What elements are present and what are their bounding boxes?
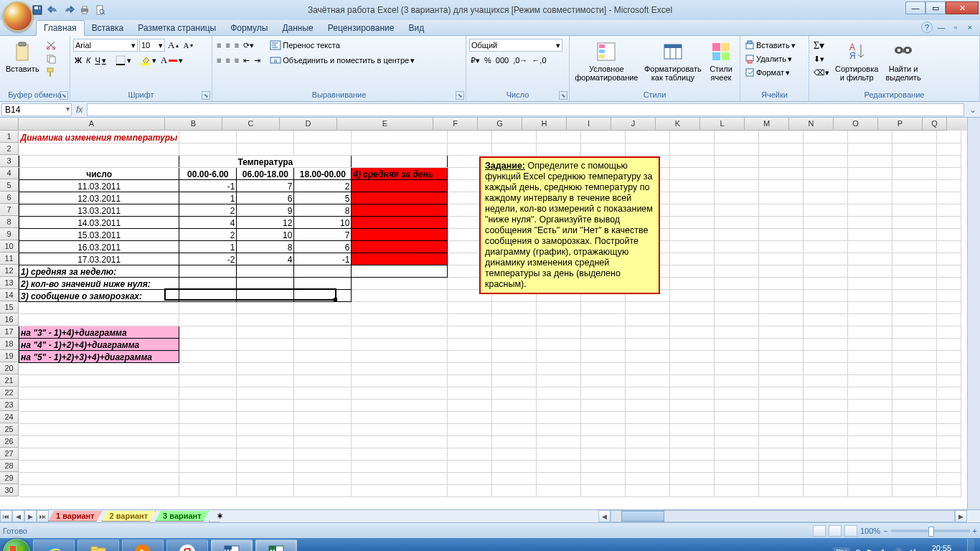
fill-color-button[interactable]: ▾ — [139, 54, 158, 67]
zoom-in-button[interactable]: + — [973, 527, 977, 535]
select-all-corner[interactable] — [0, 118, 19, 131]
underline-button[interactable]: Ч▾ — [93, 54, 107, 67]
format-cells-button[interactable]: Формат▾ — [743, 66, 797, 79]
page-layout-view-button[interactable] — [829, 525, 842, 537]
delete-cells-button[interactable]: Удалить▾ — [743, 52, 797, 65]
tab-view[interactable]: Вид — [401, 21, 431, 35]
decrease-decimal-button[interactable]: ←,0 — [530, 54, 547, 67]
border-button[interactable]: ▾ — [114, 54, 133, 67]
currency-button[interactable]: ₽▾ — [469, 54, 481, 67]
show-desktop-button[interactable] — [967, 539, 974, 551]
zoom-slider[interactable] — [891, 529, 970, 532]
zoom-out-button[interactable]: − — [883, 527, 887, 535]
task-textbox[interactable]: Задание: Определите с помощью функций Ex… — [479, 156, 660, 294]
office-button[interactable] — [3, 1, 33, 32]
sheet-tab-2[interactable]: 2 вариант — [102, 511, 156, 522]
find-select-button[interactable]: Найти и выделить — [882, 39, 923, 83]
minimize-button[interactable]: — — [905, 1, 925, 14]
taskbar-word[interactable]: W — [211, 540, 253, 551]
normal-view-button[interactable] — [813, 525, 826, 537]
tab-home[interactable]: Главная — [36, 20, 85, 36]
font-launcher[interactable]: ⬊ — [202, 91, 210, 100]
preview-icon[interactable] — [95, 4, 106, 16]
tab-formulas[interactable]: Формулы — [223, 21, 275, 35]
align-right-button[interactable]: ≡ — [233, 54, 240, 67]
sheet-nav-next[interactable]: ▶ — [24, 510, 37, 522]
formula-bar-expand[interactable]: ⌄ — [966, 105, 980, 115]
print-icon[interactable] — [79, 4, 90, 16]
merge-center-button[interactable]: aОбъединить и поместить в центре▾ — [268, 54, 416, 67]
number-launcher[interactable]: ⬊ — [559, 91, 567, 100]
column-headers[interactable]: ABCDEFGHIJKLMNOPQ — [19, 118, 967, 131]
sheet-tab-1[interactable]: 1 вариант — [48, 511, 103, 522]
new-sheet-button[interactable]: ✶ — [209, 511, 226, 522]
bold-button[interactable]: Ж — [73, 54, 83, 67]
align-left-button[interactable]: ≡ — [215, 54, 222, 67]
fill-button[interactable]: ⬇▾ — [812, 52, 831, 65]
page-break-view-button[interactable] — [844, 525, 857, 537]
align-middle-button[interactable]: ≡ — [224, 39, 231, 52]
maximize-button[interactable]: ▭ — [925, 1, 946, 14]
paste-button[interactable]: Вставить — [3, 39, 42, 75]
clipboard-launcher[interactable]: ⬊ — [60, 91, 68, 100]
save-icon[interactable] — [32, 4, 43, 16]
taskbar-excel[interactable]: X — [255, 540, 297, 551]
conditional-formatting-button[interactable]: Условное форматирование — [573, 39, 641, 83]
sheet-nav-first[interactable]: ⏮ — [0, 510, 12, 522]
wrap-text-button[interactable]: Перенос текста — [268, 39, 416, 52]
taskbar-yandex[interactable]: Я — [166, 540, 208, 551]
comma-button[interactable]: 000 — [494, 54, 510, 67]
taskbar-explorer[interactable] — [77, 540, 119, 551]
number-format-combo[interactable]: Общий▾ — [469, 39, 562, 52]
align-bottom-button[interactable]: ≡ — [233, 39, 240, 52]
restore-window-icon[interactable]: ▫ — [950, 22, 961, 33]
language-indicator[interactable]: RU — [833, 547, 850, 551]
tab-review[interactable]: Рецензирование — [321, 21, 402, 35]
grow-font-button[interactable]: A▴ — [166, 39, 180, 52]
formula-input[interactable] — [87, 103, 964, 116]
minimize-ribbon-icon[interactable]: — — [936, 22, 947, 33]
redo-icon[interactable] — [63, 4, 75, 16]
taskbar-ie[interactable] — [33, 540, 75, 551]
indent-decrease-button[interactable]: ⇤ — [242, 54, 251, 67]
percent-button[interactable]: % — [483, 54, 493, 67]
horizontal-scrollbar[interactable]: ◀▶ — [598, 510, 967, 522]
tab-insert[interactable]: Вставка — [85, 21, 131, 35]
clear-button[interactable]: ⌫▾ — [812, 66, 831, 79]
increase-decimal-button[interactable]: ,0→ — [512, 54, 529, 67]
italic-button[interactable]: К — [85, 54, 92, 67]
alignment-launcher[interactable]: ⬊ — [456, 91, 464, 100]
taskbar-wmp[interactable] — [122, 540, 164, 551]
format-table-button[interactable]: Форматировать как таблицу — [642, 39, 704, 83]
close-button[interactable]: ✕ — [946, 1, 979, 14]
close-workbook-icon[interactable]: × — [964, 22, 976, 33]
help-icon[interactable]: ? — [921, 22, 933, 33]
tray-network-icon[interactable]: 🖧 — [879, 548, 887, 551]
tray-volume-icon[interactable]: 🔊 — [892, 548, 903, 552]
name-box[interactable]: B14 — [1, 103, 72, 116]
start-button[interactable] — [3, 539, 30, 551]
sheet-nav-prev[interactable]: ◀ — [12, 510, 24, 522]
sort-filter-button[interactable]: АЯ Сортировка и фильтр — [832, 39, 881, 83]
tab-layout[interactable]: Разметка страницы — [131, 21, 223, 35]
tab-data[interactable]: Данные — [275, 21, 320, 35]
sheet-nav-last[interactable]: ⏭ — [37, 510, 49, 522]
font-name-combo[interactable]: Arial▾ — [73, 39, 138, 52]
tray-help-icon[interactable]: ? — [856, 548, 860, 551]
font-color-button[interactable]: A▾ — [159, 54, 184, 67]
cut-button[interactable] — [44, 39, 58, 52]
align-top-button[interactable]: ≡ — [215, 39, 222, 52]
align-center-button[interactable]: ≡ — [224, 54, 231, 67]
tray-flag-icon[interactable]: ⚑ — [866, 548, 873, 552]
clock[interactable]: 20:5530.05.2015 — [922, 544, 961, 551]
cell-styles-button[interactable]: Стили ячеек — [705, 39, 737, 83]
format-painter-button[interactable] — [44, 66, 58, 79]
autosum-button[interactable]: Σ▾ — [812, 39, 831, 52]
cells[interactable]: Динамика изменения температурыТемператур… — [19, 131, 967, 509]
indent-increase-button[interactable]: ⇥ — [253, 54, 262, 67]
font-size-combo[interactable]: 10▾ — [139, 39, 165, 52]
undo-icon[interactable] — [47, 4, 59, 16]
fx-button[interactable]: fx — [73, 105, 85, 115]
insert-cells-button[interactable]: Вставить▾ — [743, 39, 797, 52]
tray-battery-icon[interactable]: 🗲 — [908, 548, 916, 551]
